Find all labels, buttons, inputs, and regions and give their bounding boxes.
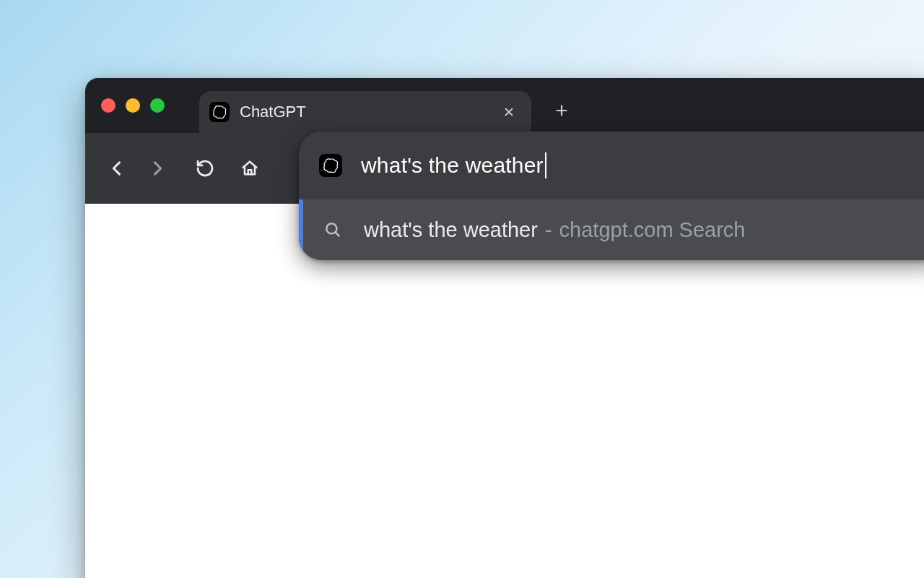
back-button[interactable] [98, 150, 136, 187]
forward-button[interactable] [139, 150, 176, 187]
close-tab-button[interactable] [500, 103, 518, 121]
browser-tab[interactable]: ChatGPT [199, 91, 531, 133]
suggestion-query: what's the weather [364, 218, 538, 242]
new-tab-button[interactable] [547, 96, 576, 125]
suggestion-source: chatgpt.com Search [559, 218, 746, 242]
address-bar-value: what's the weather [361, 153, 544, 178]
tab-title: ChatGPT [240, 103, 489, 121]
chatgpt-icon [209, 102, 230, 122]
omnibox-suggestion[interactable]: what's the weather - chatgpt.com Search [299, 199, 924, 260]
window-minimize-button[interactable] [126, 98, 140, 113]
window-close-button[interactable] [101, 98, 116, 113]
omnibox-dropdown: what's the weather what's the weather - … [299, 131, 924, 260]
window-maximize-button[interactable] [150, 98, 165, 113]
reload-button[interactable] [186, 150, 224, 187]
address-bar[interactable]: what's the weather [299, 131, 924, 199]
text-caret [545, 152, 546, 178]
browser-window: ChatGPT [85, 78, 924, 578]
home-button[interactable] [231, 150, 269, 187]
suggestion-text: what's the weather - chatgpt.com Search [364, 218, 746, 242]
suggestion-separator: - [545, 218, 552, 242]
tab-strip: ChatGPT [85, 78, 924, 133]
search-icon [323, 220, 342, 239]
chatgpt-icon [319, 154, 342, 177]
window-controls [101, 98, 165, 113]
address-bar-text[interactable]: what's the weather [361, 152, 546, 178]
desktop-background: ChatGPT [0, 0, 924, 578]
